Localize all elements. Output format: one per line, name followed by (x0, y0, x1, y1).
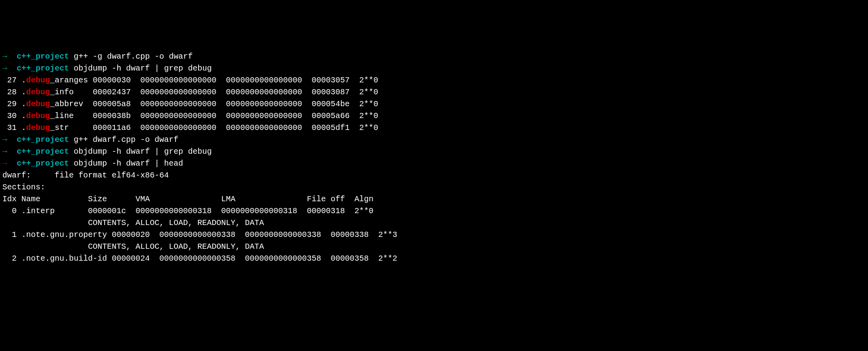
output-line: CONTENTS, ALLOC, LOAD, READONLY, DATA (2, 241, 866, 253)
output-line: 30 .debug_line 0000038b 0000000000000000… (2, 110, 866, 122)
output-line: 2 .note.gnu.build-id 00000024 0000000000… (2, 253, 866, 265)
prompt-line[interactable]: → c++_project objdump -h dwarf | grep de… (2, 63, 866, 74)
grep-highlight: debug (26, 111, 50, 120)
output-line: 27 .debug_aranges 00000030 0000000000000… (2, 74, 866, 86)
output-line: 31 .debug_str 000011a6 0000000000000000 … (2, 122, 866, 134)
output-line: Idx Name Size VMA LMA File off Algn (2, 193, 866, 205)
grep-highlight: debug (26, 88, 50, 97)
output-line: Sections: (2, 181, 866, 193)
output-line: 29 .debug_abbrev 000005a8 00000000000000… (2, 98, 866, 110)
prompt-arrow-icon: → (2, 147, 7, 156)
prompt-arrow-icon: → (2, 52, 7, 61)
prompt-arrow-icon: → (2, 135, 7, 144)
output-line: dwarf: file format elf64-x86-64 (2, 170, 866, 181)
grep-highlight: debug (26, 99, 50, 109)
prompt-command: objdump -h dwarf | grep debug (74, 147, 212, 156)
prompt-command: g++ -g dwarf.cpp -o dwarf (74, 52, 193, 61)
prompt-line[interactable]: → c++_project objdump -h dwarf | grep de… (2, 146, 866, 158)
prompt-arrow-icon: → (2, 159, 7, 168)
prompt-line[interactable]: → c++_project objdump -h dwarf | head (2, 158, 866, 170)
prompt-dir: c++_project (17, 159, 69, 168)
prompt-command: g++ dwarf.cpp -o dwarf (74, 135, 178, 144)
grep-highlight: debug (26, 123, 50, 132)
grep-highlight: debug (26, 76, 50, 85)
prompt-dir: c++_project (17, 52, 69, 61)
prompt-command: objdump -h dwarf | head (74, 159, 183, 168)
prompt-line[interactable]: → c++_project g++ -g dwarf.cpp -o dwarf (2, 51, 866, 63)
output-line: 0 .interp 0000001c 0000000000000318 0000… (2, 205, 866, 217)
prompt-line[interactable]: → c++_project g++ dwarf.cpp -o dwarf (2, 134, 866, 146)
prompt-dir: c++_project (17, 64, 69, 73)
prompt-arrow-icon: → (2, 64, 7, 73)
output-line: 28 .debug_info 00002437 0000000000000000… (2, 86, 866, 98)
prompt-dir: c++_project (17, 147, 69, 156)
output-line: CONTENTS, ALLOC, LOAD, READONLY, DATA (2, 217, 866, 229)
prompt-dir: c++_project (17, 135, 69, 144)
output-line: 1 .note.gnu.property 00000020 0000000000… (2, 229, 866, 241)
prompt-command: objdump -h dwarf | grep debug (74, 64, 212, 73)
